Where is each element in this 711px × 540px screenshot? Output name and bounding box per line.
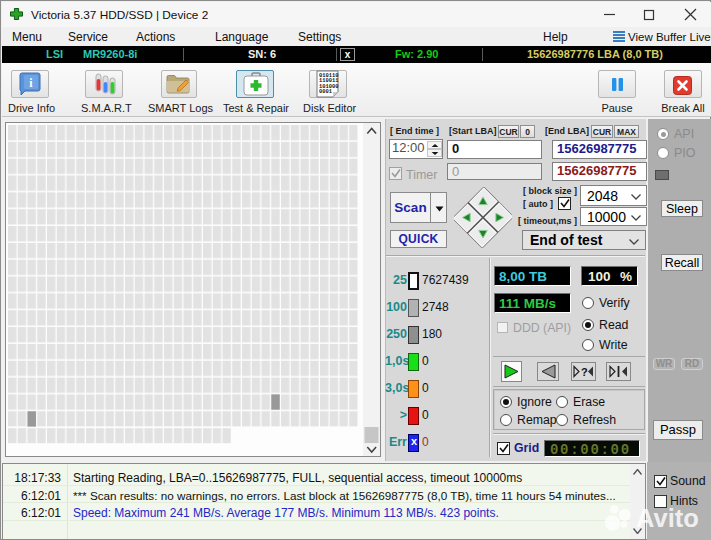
svg-text:?: ?: [581, 366, 588, 378]
svg-text:0001: 0001: [319, 89, 332, 95]
